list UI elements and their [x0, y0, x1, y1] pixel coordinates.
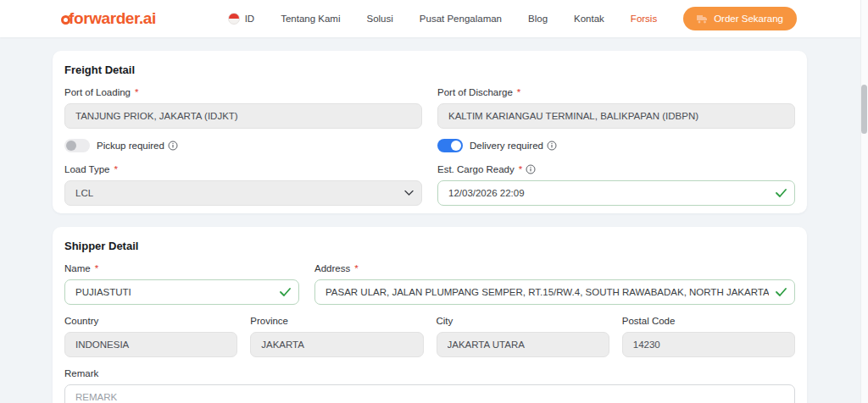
required-mark: * — [519, 164, 522, 174]
nav-item-pusat-pengalaman[interactable]: Pusat Pengalaman — [420, 14, 502, 24]
valid-check-icon — [776, 288, 787, 296]
order-sekarang-label: Order Sekarang — [714, 14, 783, 24]
shipper-detail-card: Shipper Detail Name* Address* — [53, 227, 807, 403]
remark-input[interactable] — [64, 384, 795, 403]
nav-item-solusi[interactable]: Solusi — [367, 14, 393, 24]
required-mark: * — [135, 87, 138, 97]
freight-detail-card: Freight Detail Port of Loading* Pickup r… — [53, 51, 807, 213]
country-label: Country — [64, 316, 237, 326]
shipper-name-label: Name* — [64, 263, 299, 273]
info-icon[interactable] — [526, 164, 536, 174]
load-type-select[interactable] — [64, 180, 422, 206]
language-label: ID — [245, 14, 255, 24]
page: forwarder.ai ID Tentang Kami Solusi Pusa… — [0, 0, 868, 403]
nav-item-blog[interactable]: Blog — [528, 14, 548, 24]
required-mark: * — [517, 87, 520, 97]
pickup-required-toggle[interactable] — [64, 139, 90, 152]
est-cargo-ready-input[interactable] — [437, 180, 795, 206]
freight-detail-title: Freight Detail — [64, 63, 795, 76]
shipper-detail-title: Shipper Detail — [64, 240, 795, 252]
nav-item-tentang-kami[interactable]: Tentang Kami — [281, 14, 340, 24]
valid-check-icon — [776, 189, 787, 197]
language-selector[interactable]: ID — [228, 13, 255, 25]
required-mark: * — [354, 263, 358, 273]
port-of-loading-label: Port of Loading* — [64, 87, 422, 97]
port-of-discharge-label: Port of Discharge* — [437, 87, 795, 97]
chevron-down-icon — [404, 190, 414, 196]
order-sekarang-button[interactable]: Order Sekarang — [683, 7, 797, 30]
indonesia-flag-icon — [228, 13, 240, 25]
country-input — [64, 332, 237, 357]
port-of-discharge-input — [437, 103, 795, 129]
info-icon[interactable] — [547, 141, 557, 151]
postal-code-label: Postal Code — [622, 316, 795, 326]
delivery-required-label: Delivery required — [470, 141, 557, 151]
brand-logo[interactable]: forwarder.ai — [61, 9, 156, 28]
info-icon[interactable] — [168, 141, 178, 151]
valid-check-icon — [280, 288, 291, 296]
required-mark: * — [95, 263, 98, 273]
port-of-loading-input — [64, 103, 422, 129]
delivery-required-toggle[interactable] — [437, 139, 463, 152]
province-label: Province — [250, 316, 423, 326]
shipper-name-input[interactable] — [64, 279, 299, 305]
truck-icon — [697, 14, 708, 24]
nav-item-kontak[interactable]: Kontak — [574, 14, 604, 24]
load-type-label: Load Type* — [64, 164, 422, 174]
city-input — [437, 332, 609, 357]
postal-code-input — [622, 332, 795, 357]
scrollbar-thumb[interactable] — [861, 85, 867, 134]
est-cargo-ready-label: Est. Cargo Ready* — [437, 164, 795, 174]
shipper-address-label: Address* — [314, 263, 795, 273]
pickup-required-label: Pickup required — [97, 141, 178, 151]
top-navbar: forwarder.ai ID Tentang Kami Solusi Pusa… — [0, 0, 868, 37]
province-input — [250, 332, 423, 357]
nav-item-forsis[interactable]: Forsis — [631, 14, 657, 24]
main-nav: ID Tentang Kami Solusi Pusat Pengalaman … — [228, 7, 797, 30]
scrollbar[interactable] — [860, 0, 868, 403]
remark-label: Remark — [64, 368, 795, 378]
city-label: City — [437, 316, 609, 326]
required-mark: * — [114, 164, 118, 174]
brand-name: forwarder.ai — [69, 9, 156, 28]
shipper-address-input[interactable] — [314, 279, 795, 305]
